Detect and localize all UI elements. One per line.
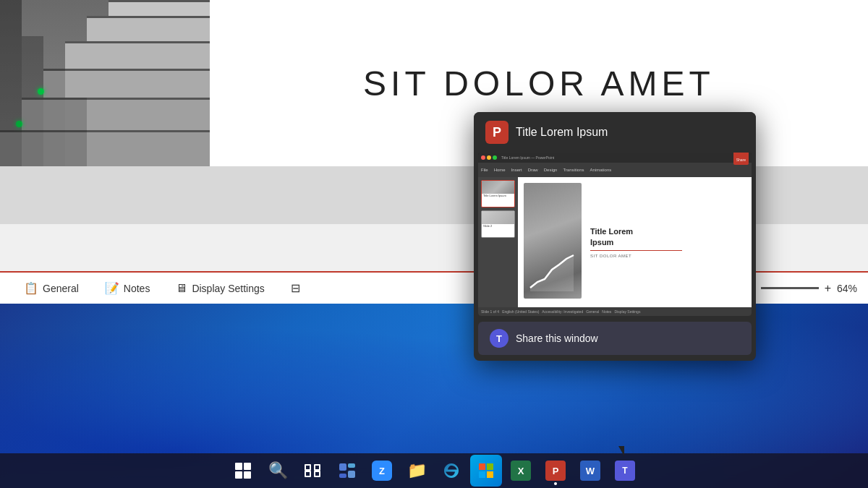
- view-mode-button[interactable]: ⊟: [278, 273, 313, 304]
- view-mode-icon: ⊟: [291, 281, 300, 295]
- notes-button[interactable]: 📝 Notes: [92, 273, 163, 304]
- mini-slides-panel: Title Lorem Ipsum Slide 2: [478, 177, 518, 307]
- excel-icon: X: [511, 461, 531, 481]
- powerpoint-icon: P: [545, 461, 566, 481]
- ppt-app-icon: P: [485, 121, 509, 144]
- mini-slide-main-title: Title LoremIpsum: [590, 226, 743, 247]
- zoom-plus-button[interactable]: +: [825, 282, 831, 295]
- share-window-button[interactable]: T Share this window: [478, 322, 752, 355]
- windows-logo: [235, 463, 251, 479]
- taskbar-teams-button[interactable]: T: [609, 455, 641, 487]
- mini-slide-2-img: [482, 211, 514, 224]
- mini-footer-text: Slide 1 of 4 English (United States) Acc…: [481, 309, 640, 314]
- ppt-preview-popup[interactable]: P Title Lorem Ipsum Title Lorem Ipsum — …: [474, 112, 756, 361]
- taskbar-search-button[interactable]: 🔍: [262, 455, 294, 487]
- svg-rect-2: [479, 471, 485, 478]
- ppt-preview-content: Title Lorem Ipsum — PowerPoint Share Fil…: [478, 153, 752, 316]
- zoom-level: 64%: [837, 283, 857, 294]
- mini-share-label: Share: [736, 158, 746, 162]
- mini-tab-home: Home: [494, 168, 506, 172]
- taskbar-widgets-button[interactable]: [331, 455, 363, 487]
- mini-slide-text-area: Title LoremIpsum SIT DOLOR AMET: [587, 183, 746, 301]
- notes-icon: 📝: [105, 281, 119, 295]
- status-right: — + 64%: [744, 282, 857, 295]
- teams-icon: T: [490, 329, 509, 348]
- mini-ppt-body: Title Lorem Ipsum Slide 2: [478, 177, 752, 307]
- mini-tab-file: File: [481, 168, 488, 172]
- maximize-dot: [493, 155, 497, 160]
- taskbar-excel-button[interactable]: X: [505, 455, 537, 487]
- mini-tab-insert: Insert: [511, 168, 522, 172]
- mini-slide-2[interactable]: Slide 2: [481, 210, 515, 238]
- share-window-label: Share this window: [516, 333, 598, 344]
- mini-tab-animations: Animations: [590, 168, 612, 172]
- mini-slide-1[interactable]: Title Lorem Ipsum: [481, 180, 515, 207]
- taskbar: 🔍 Z 📁: [0, 453, 868, 488]
- taskbar-word-button[interactable]: W: [574, 455, 606, 487]
- taskbar-start-button[interactable]: [227, 455, 259, 487]
- zoom-slider[interactable]: [761, 287, 819, 289]
- slide-image: [0, 0, 210, 166]
- mini-slide-chart-img: [524, 183, 582, 299]
- mini-slide-main-subtitle: SIT DOLOR AMET: [590, 254, 743, 258]
- mini-ppt-titlebar: Title Lorem Ipsum — PowerPoint Share: [478, 153, 752, 163]
- mini-slide-1-img: [482, 181, 514, 194]
- general-label: General: [43, 283, 79, 294]
- taskbar-store-button[interactable]: [470, 455, 502, 487]
- mini-main-slide: Title LoremIpsum SIT DOLOR AMET: [518, 177, 752, 307]
- general-icon: 📋: [24, 281, 38, 295]
- svg-rect-0: [479, 463, 485, 470]
- mini-title-text: Title Lorem Ipsum — PowerPoint: [501, 155, 554, 160]
- mini-chart-svg: [527, 252, 579, 291]
- taskbar-zoom-button[interactable]: Z: [366, 455, 398, 487]
- taskbar-edge-button[interactable]: [435, 455, 467, 487]
- display-settings-button[interactable]: 🖥 Display Settings: [163, 273, 277, 304]
- minimize-dot: [487, 155, 491, 160]
- word-icon: W: [580, 461, 600, 481]
- mini-slide-1-text: Title Lorem Ipsum: [482, 194, 514, 199]
- task-view-icon: [305, 464, 320, 477]
- mouse-cursor: [618, 446, 624, 456]
- svg-rect-1: [487, 463, 493, 470]
- display-settings-label: Display Settings: [192, 283, 264, 294]
- mini-share-btn: Share: [733, 153, 749, 165]
- taskbar-explorer-button[interactable]: 📁: [401, 455, 433, 487]
- mini-ribbon: File Home Insert Draw Design Transitions…: [478, 163, 752, 177]
- explorer-icon: 📁: [407, 461, 427, 480]
- notes-label: Notes: [124, 283, 150, 294]
- general-button[interactable]: 📋 General: [11, 273, 92, 304]
- close-dot: [481, 155, 485, 160]
- widgets-icon: [339, 463, 355, 478]
- mini-ppt-footer: Slide 1 of 4 English (United States) Acc…: [478, 307, 752, 316]
- mini-slide-2-text: Slide 2: [482, 224, 514, 229]
- taskbar-taskview-button[interactable]: [297, 455, 328, 487]
- teams-icon: T: [615, 461, 635, 481]
- search-icon: 🔍: [268, 461, 288, 480]
- mini-tab-transitions: Transitions: [563, 168, 584, 172]
- taskbar-powerpoint-button[interactable]: P: [540, 455, 571, 487]
- store-icon: [477, 461, 495, 480]
- mini-slide-divider: [590, 250, 682, 251]
- slide-title: SIT DOLOR AMET: [363, 64, 715, 103]
- mini-tab-draw: Draw: [528, 168, 538, 172]
- ppt-popup-header: P Title Lorem Ipsum: [474, 112, 756, 153]
- mini-tab-design: Design: [544, 168, 558, 172]
- display-icon: 🖥: [176, 282, 187, 295]
- edge-icon: [442, 461, 461, 480]
- ppt-popup-title: Title Lorem Ipsum: [516, 126, 608, 139]
- svg-rect-3: [487, 471, 493, 478]
- zoom-icon: Z: [372, 461, 392, 481]
